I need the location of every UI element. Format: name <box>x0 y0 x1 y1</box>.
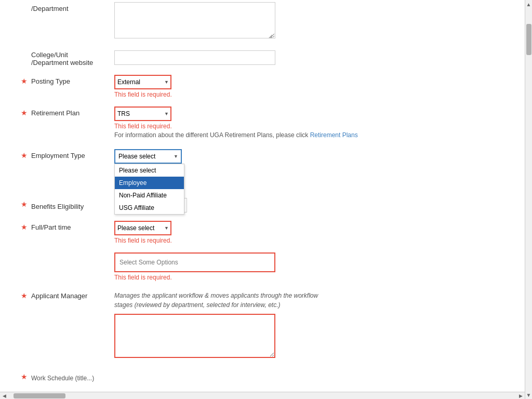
college-website-content <box>114 50 514 65</box>
employment-type-row: ★ Employment Type Please select Please s… <box>0 145 525 168</box>
posting-type-content: External Internal This field is required… <box>114 75 514 98</box>
employment-type-content: Please select Please select Employee Non… <box>114 149 514 164</box>
posting-type-label: Posting Type <box>31 75 114 85</box>
scroll-right-arrow[interactable]: ▶ <box>516 392 525 400</box>
retirement-plan-content: TRS ORP This field is required. For info… <box>114 107 514 139</box>
bottom-scrollbar: ◀ ▶ <box>0 392 525 399</box>
retirement-plan-select[interactable]: TRS ORP <box>114 107 171 121</box>
retirement-plan-required-star: ★ <box>21 109 28 117</box>
posting-type-select-wrapper: External Internal <box>114 75 171 89</box>
benefits-eligibility-label: Benefits Eligibility <box>31 200 114 210</box>
benefits-eligibility-required-star: ★ <box>21 200 28 208</box>
posting-type-row: ★ Posting Type External Internal This fi… <box>0 71 525 102</box>
applicant-manager-required-star: ★ <box>21 291 28 300</box>
main-content: /Department ◢ College/Unit /Department w… <box>0 0 525 392</box>
scroll-thumb[interactable] <box>526 24 531 55</box>
posting-type-error: This field is required. <box>114 91 514 98</box>
retirement-plan-error: This field is required. <box>114 123 514 130</box>
college-website-row: College/Unit /Department website <box>0 44 525 71</box>
department-textarea[interactable] <box>114 2 275 38</box>
benefits-eligibility-row: ★ Benefits Eligibility Please select <box>0 194 525 217</box>
scroll-bottom-thumb[interactable] <box>14 393 65 398</box>
employment-type-label: Employment Type <box>31 149 114 159</box>
full-part-time-row: ★ Full/Part time Please select This fiel… <box>0 217 525 248</box>
department-label: /Department <box>31 2 114 12</box>
form-area: /Department ◢ College/Unit /Department w… <box>0 0 525 392</box>
scroll-down-arrow[interactable]: ▼ <box>525 391 533 399</box>
right-scrollbar: ▲ ▼ <box>525 0 532 399</box>
employment-type-option-employee[interactable]: Employee <box>115 177 184 189</box>
applicant-manager-textarea-wrapper <box>114 314 514 360</box>
applicant-manager-content: Manages the applicant workflow & moves a… <box>114 289 514 360</box>
retirement-plan-info: For information about the different UGA … <box>114 131 514 139</box>
applicant-manager-row: ★ Applicant Manager Manages the applican… <box>0 285 525 364</box>
retirement-plan-label: Retirement Plan <box>31 107 114 117</box>
college-website-label: College/Unit /Department website <box>31 48 114 66</box>
employment-type-selected: Please select <box>118 153 155 160</box>
scroll-left-arrow[interactable]: ◀ <box>0 392 8 400</box>
full-part-time-select[interactable]: Please select <box>114 221 171 235</box>
full-part-time-select-wrapper: Please select <box>114 221 171 235</box>
employment-type-required-star: ★ <box>21 151 28 159</box>
employment-type-dropdown: Please select Please select Employee Non… <box>114 149 182 164</box>
resize-handle[interactable]: ◢ <box>269 33 274 38</box>
retirement-plan-select-wrapper: TRS ORP <box>114 107 171 121</box>
retirement-plan-row: ★ Retirement Plan TRS ORP This field is … <box>0 102 525 143</box>
full-part-time-required-star: ★ <box>21 223 28 231</box>
department-content: ◢ <box>114 2 514 40</box>
retirement-plans-link[interactable]: Retirement Plans <box>310 131 358 139</box>
applicant-manager-label: Applicant Manager <box>31 289 114 300</box>
department-row: /Department ◢ <box>0 0 525 44</box>
page-wrapper: /Department ◢ College/Unit /Department w… <box>0 0 532 399</box>
posting-type-select[interactable]: External Internal <box>114 75 171 89</box>
posting-type-required-star: ★ <box>21 77 28 85</box>
employment-type-menu: Please select Employee Non-Paid Affiliat… <box>114 164 184 215</box>
select-some-options-error: This field is required. <box>114 274 514 281</box>
employment-type-option-usg[interactable]: USG Affiliate <box>115 202 184 214</box>
college-website-input[interactable] <box>114 50 275 65</box>
select-some-options-row: This field is required. <box>0 248 525 285</box>
employment-type-trigger[interactable]: Please select <box>114 149 182 164</box>
select-some-options-content: This field is required. <box>114 252 514 281</box>
work-schedule-required-star: ★ <box>21 373 28 381</box>
full-part-time-content: Please select This field is required. <box>114 221 514 244</box>
employment-type-option-non-paid[interactable]: Non-Paid Affiliate <box>115 189 184 202</box>
scroll-up-arrow[interactable]: ▲ <box>525 0 533 8</box>
applicant-manager-textarea[interactable] <box>114 314 275 358</box>
full-part-time-label: Full/Part time <box>31 221 114 231</box>
select-some-options-input[interactable] <box>114 252 275 272</box>
employment-type-option-please-select[interactable]: Please select <box>115 164 184 177</box>
applicant-manager-description: Manages the applicant workflow & moves a… <box>114 291 322 310</box>
full-part-time-error: This field is required. <box>114 237 514 244</box>
work-schedule-label: Work Schedule (title...) <box>31 372 114 382</box>
work-schedule-row: ★ Work Schedule (title...) <box>0 366 525 387</box>
